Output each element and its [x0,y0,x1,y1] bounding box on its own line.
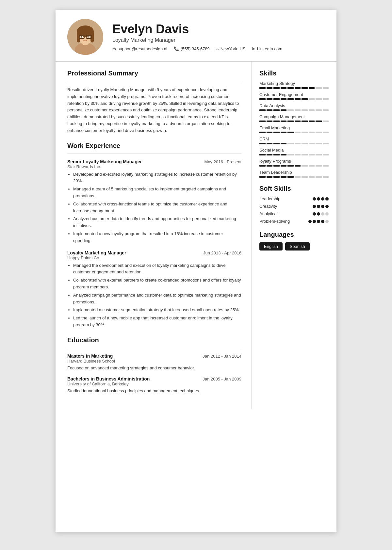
skill-dots [308,220,329,223]
bullet-item: Analyzed customer data to identify trend… [73,216,241,229]
skill-dot [313,220,316,223]
location-icon: ⌂ [216,46,219,51]
skill-segment [281,176,287,178]
education-title: Education [67,336,241,344]
soft-skill-item: Creativity [259,204,329,209]
skill-segment [287,98,294,100]
skill-segment [323,165,329,167]
left-column: Professional Summary Results-driven Loya… [56,62,252,409]
skill-segment [259,121,266,122]
job-bullets: Developed and executed loyalty marketing… [67,171,241,244]
jobs-list: Senior Loyalty Marketing Manager May 201… [67,159,241,329]
skills-section: Skills Marketing Strategy Customer Engag… [259,70,329,178]
skill-segment [316,109,322,111]
skill-dot [317,197,320,201]
skill-segment [302,132,308,133]
skill-segment [323,132,329,133]
skill-segment [302,165,308,167]
skill-segment [302,121,308,122]
skill-segment [273,98,280,100]
skill-segment [302,98,308,100]
skill-segment [316,87,322,89]
skill-bar [259,121,329,122]
email-icon: ✉ [112,46,116,51]
summary-section: Professional Summary Results-driven Loya… [67,70,241,134]
job-date: May 2016 - Present [204,159,241,164]
skill-segment [267,165,273,167]
skill-segment [323,98,329,100]
skill-segment [316,165,322,167]
soft-skills-list: Leadership Creativity Analytical Problem… [259,196,329,224]
skill-name: Social Media [259,148,329,153]
skill-segment [281,87,287,89]
skill-segment [281,165,287,167]
linkedin-icon: in [252,46,255,51]
skill-segment [316,176,322,178]
skill-segment [309,87,315,89]
skill-segment [316,143,322,144]
skill-item: Social Media [259,148,329,155]
skill-item: Data Analysis [259,103,329,111]
job-item: Loyalty Marketing Manager Jun 2013 - Apr… [67,250,241,329]
candidate-name: Evelyn Davis [112,23,325,36]
skill-segment [281,132,287,133]
contact-bar: ✉ support@resumedesign.ai 📞 (555) 345-67… [112,46,325,51]
header: Evelyn Davis Loyalty Marketing Manager ✉… [56,10,336,62]
bullet-item: Led the launch of a new mobile app that … [73,315,241,329]
skill-item: Team Leadership [259,170,329,178]
edu-description: Focused on advanced marketing strategies… [67,365,241,371]
skill-segment [323,154,329,155]
edu-school: Harvard Business School [67,359,241,364]
avatar [67,19,103,55]
skill-dot [317,220,320,223]
summary-text: Results-driven Loyalty Marketing Manager… [67,87,241,134]
bullet-item: Collaborated with cross-functional teams… [73,201,241,215]
skill-segment [295,143,301,144]
bullet-item: Managed the development and execution of… [73,262,241,276]
skill-segment [316,121,322,122]
edu-date: Jan 2005 - Jan 2009 [203,377,241,381]
edu-date: Jan 2012 - Jan 2014 [203,354,241,359]
phone-value: (555) 345-6789 [181,46,210,51]
skill-segment [259,154,266,155]
language-badge: Spanish [285,242,310,251]
skill-dot [317,205,320,208]
job-item: Senior Loyalty Marketing Manager May 201… [67,159,241,244]
skill-segment [267,109,273,111]
skill-segment [302,176,308,178]
skill-segment [287,176,294,178]
bullet-item: Developed and executed loyalty marketing… [73,171,241,185]
skill-bar [259,165,329,167]
skill-name: Email Marketing [259,125,329,130]
education-list: Masters in Marketing Jan 2012 - Jan 2014… [67,353,241,394]
skill-dots [313,205,329,208]
work-divider [67,154,241,154]
skill-segment [259,132,266,133]
skill-name: Customer Engagement [259,92,329,97]
languages-section: Languages EnglishSpanish [259,231,329,251]
skill-dot [321,220,324,223]
skill-dot [313,212,316,216]
skill-segment [309,121,315,122]
bullet-item: Implemented a customer segmentation stra… [73,307,241,314]
skill-item: Email Marketing [259,125,329,133]
skill-name: Team Leadership [259,170,329,175]
skill-segment [309,176,315,178]
skill-segment [287,165,294,167]
education-item: Masters in Marketing Jan 2012 - Jan 2014… [67,353,241,371]
skill-dots [313,212,329,216]
summary-divider [67,81,241,81]
skill-segment [287,143,294,144]
skill-segment [267,132,273,133]
language-badges: EnglishSpanish [259,242,329,251]
skill-segment [295,132,301,133]
skill-segment [259,176,266,178]
skill-dot [325,220,329,223]
header-info: Evelyn Davis Loyalty Marketing Manager ✉… [112,23,325,52]
edu-header: Bachelors in Business Administration Jan… [67,376,241,381]
skill-segment [295,165,301,167]
skill-item: Marketing Strategy [259,81,329,89]
skill-segment [316,154,322,155]
edu-description: Studied foundational business principles… [67,388,241,394]
skill-segment [295,121,301,122]
